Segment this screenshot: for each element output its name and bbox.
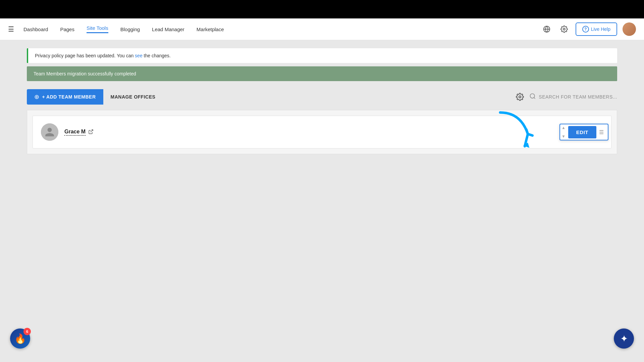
svg-point-2 [563,28,565,30]
chevron-down-icon[interactable]: ▼ [561,134,566,138]
search-placeholder: SEARCH FOR TEAM MEMBERS... [539,94,617,100]
search-icon [529,93,536,101]
ai-assistant-button[interactable]: ✦ [614,328,634,349]
arrow-annotation [497,109,534,149]
team-member-row: Grace M ▲ ▼ [33,116,611,148]
main-content: Privacy policy page has been updated. Yo… [0,40,644,362]
edit-button[interactable]: EDIT [568,126,596,138]
live-help-icon: ? [582,26,589,33]
app-icon-button[interactable]: 🔥 6 [10,328,30,349]
success-notification: Team Members migration successfully comp… [27,66,617,81]
navbar-links: Dashboard Pages Site Tools Blogging Lead… [23,25,541,33]
chevron-up-icon[interactable]: ▲ [561,126,566,130]
team-card-area: Grace M ▲ ▼ [27,110,617,154]
plus-icon: ⊕ [34,93,40,101]
privacy-notification: Privacy policy page has been updated. Yo… [27,48,617,63]
external-link-icon[interactable] [88,129,94,135]
member-name: Grace M [64,129,94,136]
nav-site-tools[interactable]: Site Tools [87,25,108,33]
hamburger-icon[interactable]: ☰ [8,25,14,33]
svg-line-5 [534,97,535,99]
nav-marketplace[interactable]: Marketplace [197,26,224,32]
manage-offices-button[interactable]: MANAGE OFFICES [103,90,163,104]
nav-pages[interactable]: Pages [60,26,74,32]
sparkle-icon: ✦ [620,333,628,344]
popup-menu-icon[interactable]: ☰ [598,128,605,137]
live-help-button[interactable]: ? Live Help [576,22,617,36]
member-avatar [41,123,58,141]
settings-icon[interactable] [558,23,570,35]
notification-badge: 6 [23,328,31,335]
svg-point-4 [530,94,535,98]
toolbar: ⊕ + ADD TEAM MEMBER MANAGE OFFICES SEARC… [27,89,617,105]
search-box[interactable]: SEARCH FOR TEAM MEMBERS... [529,93,617,101]
svg-line-6 [91,130,93,132]
svg-marker-7 [523,142,529,148]
globe-icon[interactable] [541,23,553,35]
flame-icon: 🔥 [14,333,26,344]
edit-popup: ▲ ▼ EDIT ☰ [559,124,608,140]
top-black-bar [0,0,644,18]
add-team-member-button[interactable]: ⊕ + ADD TEAM MEMBER [27,89,103,105]
avatar[interactable] [623,22,636,36]
nav-dashboard[interactable]: Dashboard [23,26,48,32]
nav-blogging[interactable]: Blogging [120,26,140,32]
toolbar-gear-icon[interactable] [513,90,527,104]
privacy-see-link[interactable]: see [135,53,143,58]
bottom-app-icons: 🔥 6 [10,328,30,349]
nav-lead-manager[interactable]: Lead Manager [152,26,184,32]
svg-point-3 [519,96,521,98]
navbar: ☰ Dashboard Pages Site Tools Blogging Le… [0,18,644,40]
navbar-right: ? Live Help [541,22,636,36]
